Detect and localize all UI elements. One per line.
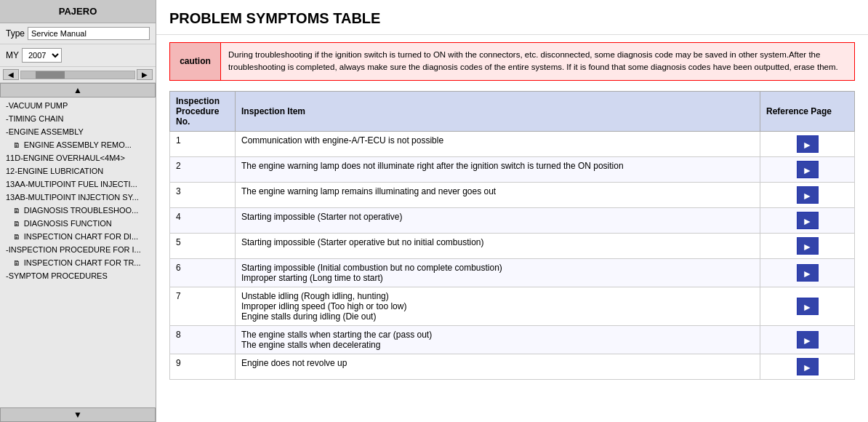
caution-label: caution: [170, 43, 221, 80]
sidebar-nav-item[interactable]: 🗎 DIAGNOSIS FUNCTION: [0, 217, 156, 230]
main-scroll-area: caution During troubleshooting if the ig…: [156, 35, 868, 422]
page-title: PROBLEM SYMPTOMS TABLE: [156, 0, 868, 35]
table-row: 3The engine warning lamp remains illumin…: [170, 182, 855, 207]
reference-arrow-button[interactable]: ►: [797, 135, 819, 153]
main-content-area: PROBLEM SYMPTOMS TABLE caution During tr…: [156, 0, 868, 422]
nav-item-icon: 🗎: [13, 220, 23, 228]
inspection-item-text: Starting impossible (Starter operative b…: [241, 237, 754, 247]
reference-arrow-button[interactable]: ►: [797, 264, 819, 282]
cell-inspection-item: The engine warning lamp remains illumina…: [236, 182, 760, 207]
inspection-item-text: Improper starting (Long time to start): [241, 273, 754, 283]
sidebar-nav-item[interactable]: 🗎 INSPECTION CHART FOR DI...: [0, 230, 156, 243]
scroll-thumb: [36, 71, 65, 79]
scroll-left-button[interactable]: ◀: [3, 69, 19, 80]
inspection-item-text: Starting impossible (Starter not operati…: [241, 212, 754, 222]
nav-item-icon: 🗎: [13, 207, 23, 215]
inspection-item-text: Unstable idling (Rough idling, hunting): [241, 291, 754, 301]
cell-inspection-item: Starting impossible (Starter operative b…: [236, 233, 760, 258]
sidebar-nav-item[interactable]: -SYMPTOM PROCEDURES: [0, 269, 156, 282]
scroll-track: [20, 71, 135, 79]
reference-arrow-button[interactable]: ►: [797, 212, 819, 229]
cell-reference-page: ►: [760, 325, 855, 354]
reference-arrow-button[interactable]: ►: [797, 331, 819, 349]
cell-reference-page: ►: [760, 207, 855, 233]
cell-inspection-item: The engine warning lamp does not illumin…: [236, 156, 760, 182]
cell-row-number: 8: [170, 325, 236, 354]
sidebar-nav-item[interactable]: 13Aa-MULTIPOINT FUEL INJECTI...: [0, 178, 156, 191]
sidebar-nav: -VACUUM PUMP-TIMING CHAIN-ENGINE ASSEMBL…: [0, 97, 156, 407]
table-row: 9Engine does not revolve up►: [170, 354, 855, 379]
nav-item-icon: 🗎: [13, 259, 23, 267]
cell-row-number: 4: [170, 207, 236, 233]
table-row: 4Starting impossible (Starter not operat…: [170, 207, 855, 233]
reference-arrow-button[interactable]: ►: [797, 298, 819, 315]
cell-inspection-item: Engine does not revolve up: [236, 354, 760, 379]
sidebar-vehicle: PAJERO: [0, 0, 156, 23]
cell-inspection-item: Unstable idling (Rough idling, hunting)I…: [236, 287, 760, 325]
cell-reference-page: ►: [760, 354, 855, 379]
reference-arrow-button[interactable]: ►: [797, 161, 819, 178]
nav-item-icon: 🗎: [13, 233, 23, 241]
caution-box: caution During troubleshooting if the ig…: [169, 42, 855, 81]
inspection-item-text: The engine stalls when decelerating: [241, 340, 754, 350]
type-row: Type: [0, 23, 156, 44]
sidebar-nav-item[interactable]: 13Ab-MULTIPOINT INJECTION SY...: [0, 191, 156, 204]
cell-inspection-item: The engine stalls when starting the car …: [236, 325, 760, 354]
reference-arrow-button[interactable]: ►: [797, 237, 819, 255]
col-header-ref: Reference Page: [760, 91, 855, 131]
cell-row-number: 9: [170, 354, 236, 379]
inspection-item-text: Starting impossible (Initial combustion …: [241, 263, 754, 273]
table-row: 7Unstable idling (Rough idling, hunting)…: [170, 287, 855, 325]
sidebar-nav-item[interactable]: 12-ENGINE LUBRICATION: [0, 164, 156, 178]
sidebar-nav-item[interactable]: 🗎 DIAGNOSIS TROUBLESHOO...: [0, 204, 156, 217]
cell-reference-page: ►: [760, 287, 855, 325]
col-header-item: Inspection Item: [236, 91, 760, 131]
sidebar-scroll-down-button[interactable]: ▼: [0, 407, 156, 422]
my-label: MY: [6, 50, 19, 60]
horizontal-scrollbar: ◀ ▶: [0, 67, 156, 83]
sidebar-nav-item[interactable]: -ENGINE ASSEMBLY: [0, 125, 156, 138]
col-header-no: Inspection Procedure No.: [170, 91, 236, 131]
sidebar-nav-item[interactable]: -TIMING CHAIN: [0, 112, 156, 125]
cell-row-number: 7: [170, 287, 236, 325]
inspection-item-text: The engine warning lamp does not illumin…: [241, 161, 754, 171]
table-row: 2The engine warning lamp does not illumi…: [170, 156, 855, 182]
inspection-item-text: Engine stalls during idling (Die out): [241, 311, 754, 322]
inspection-item-text: Engine does not revolve up: [241, 358, 754, 368]
cell-inspection-item: Communication with engine-A/T-ECU is not…: [236, 131, 760, 156]
cell-reference-page: ►: [760, 131, 855, 156]
inspection-item-text: The engine stalls when starting the car …: [241, 330, 754, 340]
inspection-item-text: Improper idling speed (Too high or too l…: [241, 301, 754, 311]
table-body: 1Communication with engine-A/T-ECU is no…: [170, 131, 855, 379]
cell-inspection-item: Starting impossible (Initial combustion …: [236, 258, 760, 287]
my-row: MY 2007: [0, 44, 156, 67]
cell-row-number: 5: [170, 233, 236, 258]
cell-reference-page: ►: [760, 233, 855, 258]
inspection-item-text: Communication with engine-A/T-ECU is not…: [241, 135, 754, 146]
inspection-item-text: The engine warning lamp remains illumina…: [241, 186, 754, 196]
type-label: Type: [6, 28, 25, 39]
scroll-right-button[interactable]: ▶: [137, 69, 153, 80]
cell-row-number: 2: [170, 156, 236, 182]
cell-inspection-item: Starting impossible (Starter not operati…: [236, 207, 760, 233]
reference-arrow-button[interactable]: ►: [797, 358, 819, 375]
sidebar-scroll-up-button[interactable]: ▲: [0, 83, 156, 97]
type-input[interactable]: [28, 27, 150, 40]
table-row: 1Communication with engine-A/T-ECU is no…: [170, 131, 855, 156]
cell-reference-page: ►: [760, 182, 855, 207]
cell-row-number: 1: [170, 131, 236, 156]
table-row: 6Starting impossible (Initial combustion…: [170, 258, 855, 287]
my-select[interactable]: 2007: [22, 48, 62, 63]
symptoms-table: Inspection Procedure No. Inspection Item…: [169, 91, 855, 380]
table-row: 5Starting impossible (Starter operative …: [170, 233, 855, 258]
sidebar-nav-item[interactable]: -VACUUM PUMP: [0, 99, 156, 112]
sidebar-nav-item[interactable]: -INSPECTION PROCEDURE FOR I...: [0, 243, 156, 256]
cell-row-number: 6: [170, 258, 236, 287]
sidebar-nav-item[interactable]: 🗎 INSPECTION CHART FOR TR...: [0, 256, 156, 269]
reference-arrow-button[interactable]: ►: [797, 186, 819, 204]
sidebar: PAJERO Type MY 2007 ◀ ▶ ▲ -VACUUM PUMP-T…: [0, 0, 156, 422]
sidebar-nav-item[interactable]: 🗎 ENGINE ASSEMBLY REMO...: [0, 138, 156, 151]
table-row: 8The engine stalls when starting the car…: [170, 325, 855, 354]
sidebar-nav-item[interactable]: 11D-ENGINE OVERHAUL<4M4>: [0, 151, 156, 164]
cell-row-number: 3: [170, 182, 236, 207]
